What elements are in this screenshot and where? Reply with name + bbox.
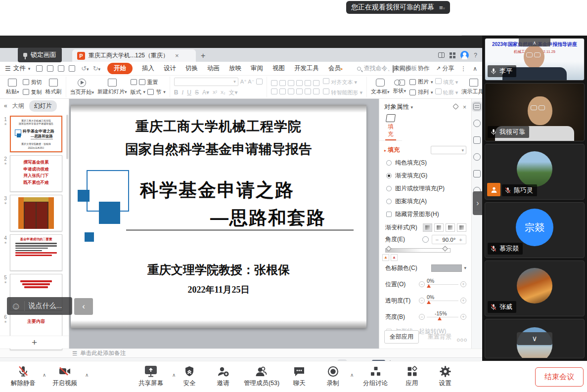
document-tab[interactable]: P 重庆工商大学机...125（重庆） × xyxy=(72,49,196,62)
angle-stepper[interactable]: −90.0°+ xyxy=(432,235,466,244)
banner-menu-icon[interactable]: ≡▾ xyxy=(439,4,445,11)
apps-button[interactable]: 应用 xyxy=(399,365,425,388)
present-tools-button[interactable]: 演示工具▾ xyxy=(461,79,482,95)
tab-design[interactable]: 设计 xyxy=(164,64,176,73)
thumbnail-slide-3[interactable] xyxy=(10,195,62,231)
fill-tab[interactable]: 填充 xyxy=(379,112,402,141)
participant-tile-wohenkekao[interactable]: 我很可靠 xyxy=(485,83,585,141)
breakout-rooms-button[interactable]: 分组讨论 xyxy=(358,365,393,388)
section-button[interactable]: 节 xyxy=(156,88,161,96)
manage-members-button[interactable]: 管理成员(53) xyxy=(240,365,283,388)
chat-collapse-button[interactable]: ‹ xyxy=(74,298,93,315)
emoji-icon[interactable]: ☺ xyxy=(11,301,21,311)
stop-color-swatch[interactable] xyxy=(431,264,462,272)
smart-shape-button[interactable]: 转智能图形 ▾ xyxy=(323,88,362,96)
record-button[interactable]: 录制 xyxy=(319,365,346,388)
thumbnail-slide-4[interactable]: 基金申请成功的二要素 xyxy=(10,234,62,271)
video-options-chevron[interactable]: ∧ xyxy=(85,372,89,378)
tab-animation[interactable]: 动画 xyxy=(207,64,220,73)
participant-tile-muzongyi[interactable]: 宗燚 慕宗燚 xyxy=(485,202,585,258)
tab-close-icon[interactable]: × xyxy=(175,52,179,59)
pin-panel-icon[interactable] xyxy=(452,103,459,110)
thumbnail-slide-2[interactable]: 撰写基金很累 申请成功很难 拜入张氏门下 既不累也不难 xyxy=(10,155,62,192)
print-icon[interactable] xyxy=(58,65,64,72)
option-gradient-fill[interactable]: 渐变填充(G) xyxy=(379,169,471,182)
tab-transition[interactable]: 切换 xyxy=(185,64,198,73)
transparency-slider[interactable]: − 0% + xyxy=(419,298,466,304)
collapse-ribbon-icon[interactable]: ∧ xyxy=(473,65,477,72)
fill-button[interactable]: 填充 ▾ xyxy=(435,78,458,86)
fill-preset-select[interactable]: ▾ xyxy=(431,146,466,154)
participant-tile-liping[interactable]: 2023年国家自然科学基金申报指导讲座 机械工程学院 2022.11.25 ∧ … xyxy=(485,38,585,81)
position-slider[interactable]: − 0% + xyxy=(419,281,466,287)
preview-icon[interactable] xyxy=(69,65,75,72)
tab-member[interactable]: 会员▸ xyxy=(328,64,343,73)
participant-tile-chenqiaoling[interactable]: 陈巧灵 xyxy=(485,144,585,200)
record-options-chevron[interactable]: ∧ xyxy=(350,372,354,378)
share-options-chevron[interactable]: ∧ xyxy=(172,372,176,378)
reset-button[interactable]: 重置 xyxy=(147,79,158,86)
beautify-strip-icon[interactable] xyxy=(473,120,481,127)
outline-tab[interactable]: 大纲 xyxy=(12,102,24,110)
hide-background-checkbox[interactable]: 隐藏背景图形(H) xyxy=(379,208,471,220)
add-slide-button[interactable]: + xyxy=(0,336,69,348)
gradient-stops-bar[interactable] xyxy=(385,248,451,253)
end-meeting-button[interactable]: 结束会议 xyxy=(535,367,584,387)
collapse-tiles-button[interactable]: ∧ xyxy=(519,39,550,46)
security-button[interactable]: 安全 xyxy=(176,365,203,388)
save-icon[interactable] xyxy=(36,65,43,72)
option-picture-fill[interactable]: 图片或纹理填充(P) xyxy=(379,182,471,195)
image-strip-icon[interactable] xyxy=(473,170,481,177)
grid-view-icon[interactable] xyxy=(450,52,455,58)
close-panel-icon[interactable]: × xyxy=(463,104,466,111)
chat-quick-input[interactable]: ☺ 说点什么... xyxy=(7,297,72,315)
layout-button[interactable]: 版式 xyxy=(131,88,141,96)
sync-status[interactable]: 未同步 xyxy=(393,64,411,73)
font-family-select[interactable]: ▾ xyxy=(174,78,238,86)
new-slide-button[interactable]: 新建幻灯片▾ xyxy=(97,79,127,95)
help-strip-icon[interactable] xyxy=(473,153,481,161)
help-icon[interactable]: ? xyxy=(474,52,477,59)
mic-options-chevron[interactable]: ∧ xyxy=(43,372,46,378)
share-screen-button[interactable]: 共享屏幕 xyxy=(133,365,169,388)
chat-placeholder[interactable]: 说点什么... xyxy=(28,302,62,310)
tab-slideshow[interactable]: 放映 xyxy=(229,64,241,73)
gradient-stop[interactable] xyxy=(442,246,448,251)
notes-bar[interactable]: ☰ 单击此处添加备注 xyxy=(0,348,482,357)
copy-button[interactable]: 复制 xyxy=(23,88,42,96)
slide-canvas[interactable]: 重庆工商大学机械工程学院 国家自然科学基金申请辅导报告 科学基金申请之路 —思路… xyxy=(71,105,366,328)
cut-button[interactable]: 剪切 xyxy=(23,79,42,86)
duplicate-strip-icon[interactable] xyxy=(473,136,481,144)
picture-button[interactable]: 图片 xyxy=(418,78,429,86)
split-view-icon[interactable] xyxy=(438,52,445,58)
scroll-down-button[interactable]: ∨ xyxy=(517,332,552,345)
option-pattern-fill[interactable]: 图案填充(A) xyxy=(379,195,471,208)
gradient-stop[interactable] xyxy=(386,246,391,251)
tab-review[interactable]: 审阅 xyxy=(251,64,263,73)
apply-all-button[interactable]: 全部应用 xyxy=(384,330,419,344)
gradient-style-buttons[interactable] xyxy=(423,223,466,232)
section-icon[interactable] xyxy=(147,89,154,95)
thumbnail-scrollbar[interactable] xyxy=(66,115,68,159)
participant-tile-partial[interactable]: ∨ xyxy=(485,319,585,358)
invite-button[interactable]: 邀请 xyxy=(210,365,236,388)
slides-tab[interactable]: 幻灯片 xyxy=(29,100,57,112)
slide-thumb-3[interactable]: 3✶ xyxy=(1,195,67,231)
redo-icon[interactable]: ↻▾ xyxy=(93,65,100,72)
chat-button[interactable]: 聊天 xyxy=(286,365,313,388)
slide-thumb-4[interactable]: 4✶ 基金申请成功的二要素 xyxy=(1,234,67,271)
align-text-button[interactable]: 对齐文本 ▾ xyxy=(323,78,362,86)
collab-button[interactable]: 协作 xyxy=(418,64,430,73)
panel-collapse-icon[interactable]: « xyxy=(4,102,7,109)
format-painter-button[interactable]: 格式刷 xyxy=(45,79,62,95)
option-solid-fill[interactable]: 纯色填充(S) xyxy=(379,156,471,169)
text-box-button[interactable]: 文本框▾ xyxy=(371,79,390,95)
panel-collapse-handle[interactable]: › xyxy=(473,191,483,215)
participant-tile-zhangwei[interactable]: 张威 xyxy=(485,261,585,316)
tab-home[interactable]: 开始 xyxy=(107,63,133,74)
brightness-slider[interactable]: − -15% + xyxy=(419,314,466,320)
undo-icon[interactable]: ↺▾ xyxy=(81,65,89,72)
shape-button[interactable]: 形状▾ xyxy=(393,80,406,94)
arrange-button[interactable]: 排列 xyxy=(418,88,429,96)
reset-background-button[interactable]: 重置背景 xyxy=(423,331,456,343)
